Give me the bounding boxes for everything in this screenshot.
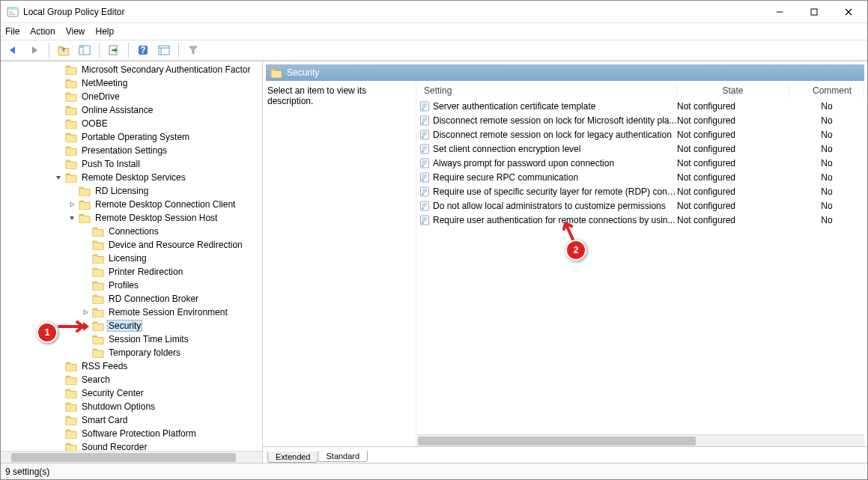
folder-icon [79,186,91,196]
tab-standard[interactable]: Standard [318,451,368,462]
maximize-button[interactable] [797,1,831,23]
filter-button[interactable] [185,42,201,58]
setting-row[interactable]: Disconnect remote session on lock for le… [416,127,864,142]
chevron-down-icon[interactable] [68,214,79,222]
chevron-right-icon[interactable] [68,201,79,208]
tree-item[interactable]: Remote Desktop Session Host [1,211,262,225]
setting-row[interactable]: Require secure RPC communicationNot conf… [416,170,864,184]
tree-item[interactable]: Connections [1,225,262,238]
tree-item[interactable]: RSS Feeds [1,359,262,373]
folder-icon [92,280,104,291]
help-button[interactable]: ? [135,42,151,58]
tree-item[interactable]: Session Time Limits [1,332,262,346]
status-text: 9 setting(s) [5,467,49,477]
tree-item-label: Connections [109,226,159,237]
app-icon [7,6,19,18]
help-icon: ? [138,45,148,55]
chevron-right-icon[interactable] [82,309,92,316]
setting-comment: No [789,172,864,183]
tree-scroll[interactable]: Microsoft Secondary Authentication Facto… [1,61,262,451]
column-setting[interactable]: Setting [419,84,677,97]
setting-row[interactable]: Require use of specific security layer f… [416,184,864,198]
setting-state: Not configured [677,215,789,225]
tree-item-label: OneDrive [82,91,120,102]
minimize-button[interactable] [762,1,797,23]
tree-item[interactable]: Shutdown Options [1,400,262,413]
description-column: Select an item to view its description. [266,82,416,446]
menu-action[interactable]: Action [30,26,55,37]
show-hide-tree-button[interactable] [76,42,93,58]
setting-name: Do not allow local administrators to cus… [433,201,666,211]
tree-item[interactable]: Portable Operating System [1,130,262,144]
tree-item[interactable]: Security Center [1,386,262,400]
tree-item[interactable]: Remote Desktop Services [1,171,262,184]
tree-item[interactable]: Sound Recorder [1,440,262,451]
tree-item[interactable]: Security [1,319,262,332]
folder-icon [65,172,77,183]
back-icon [7,45,19,55]
chevron-down-icon[interactable] [55,174,65,181]
tree-item[interactable]: Device and Resource Redirection [1,238,262,252]
export-button[interactable] [106,42,122,58]
svg-rect-19 [159,46,169,55]
menu-file[interactable]: File [5,26,19,37]
tree-item[interactable]: Profiles [1,279,262,292]
close-icon [845,8,852,16]
menu-help[interactable]: Help [96,26,115,37]
setting-state: Not configured [677,130,789,140]
titlebar[interactable]: Local Group Policy Editor [1,1,867,23]
setting-comment: No [789,130,864,140]
setting-comment: No [789,144,864,154]
properties-button[interactable] [156,42,172,58]
close-button[interactable] [831,1,866,23]
setting-row[interactable]: Always prompt for password upon connecti… [416,156,864,170]
setting-state: Not configured [677,201,789,211]
tree-item[interactable]: OneDrive [1,90,262,103]
maximize-icon [810,8,818,16]
tree-item-label: NetMeeting [82,78,127,88]
tree-item[interactable]: OOBE [1,117,262,130]
folder-icon [79,213,91,223]
policy-setting-icon [419,144,430,154]
setting-name: Always prompt for password upon connecti… [433,158,614,168]
list-hscrollbar[interactable] [416,434,864,446]
tree-item[interactable]: RD Connection Broker [1,292,262,306]
tree-item-label: Push To Install [82,159,140,169]
tree-item-label: Microsoft Secondary Authentication Facto… [82,64,250,75]
tree-item[interactable]: Licensing [1,252,262,265]
tree-item[interactable]: Smart Card [1,413,262,427]
tree-item[interactable]: Software Protection Platform [1,427,262,440]
setting-row[interactable]: Server authentication certificate templa… [416,99,864,113]
tree-item[interactable]: Search [1,373,262,386]
menubar: File Action View Help [1,23,867,40]
tree-item-label: Profiles [109,280,139,291]
tree-item[interactable]: NetMeeting [1,76,262,90]
tree-item[interactable]: Temporary folders [1,346,262,359]
tree-item[interactable]: RD Licensing [1,184,262,198]
menu-view[interactable]: View [66,26,85,37]
tree-item[interactable]: Remote Session Environment [1,306,262,319]
tree-item[interactable]: Microsoft Secondary Authentication Facto… [1,63,262,76]
svg-rect-10 [811,9,817,15]
column-state[interactable]: State [677,84,789,97]
tree-item[interactable]: Online Assistance [1,103,262,117]
tree-item[interactable]: Remote Desktop Connection Client [1,198,262,211]
forward-button[interactable] [26,42,43,58]
back-button[interactable] [5,42,22,58]
tree-item[interactable]: Presentation Settings [1,144,262,157]
setting-state: Not configured [677,144,789,154]
tree-hscrollbar[interactable] [1,451,262,463]
setting-row[interactable]: Set client connection encryption levelNo… [416,142,864,156]
setting-row[interactable]: Do not allow local administrators to cus… [416,198,864,213]
tree-item[interactable]: Printer Redirection [1,265,262,279]
tree-item[interactable]: Push To Install [1,157,262,171]
tree-item-label: Temporary folders [109,347,180,358]
tab-extended[interactable]: Extended [267,452,318,463]
up-button[interactable] [55,42,72,58]
column-comment[interactable]: Comment [789,84,864,97]
folder-icon [65,415,77,425]
setting-row[interactable]: Disconnect remote session on lock for Mi… [416,113,864,127]
setting-state: Not configured [677,115,789,126]
details-header: Security [266,64,864,81]
setting-row[interactable]: Require user authentication for remote c… [416,213,864,227]
